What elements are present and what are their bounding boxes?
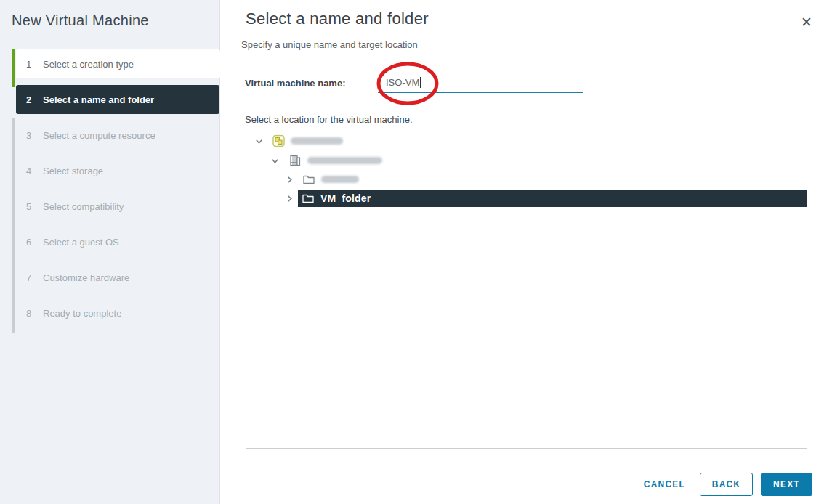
vcenter-icon xyxy=(272,135,285,147)
pending-step-rail xyxy=(12,118,15,333)
tree-row-datacenter[interactable] xyxy=(246,151,807,170)
step-2-select-name-folder[interactable]: 2 Select a name and folder xyxy=(16,85,219,114)
vm-name-input[interactable]: ISO-VM xyxy=(378,73,583,93)
step-label: Select compatibility xyxy=(43,201,124,212)
step-1-select-creation-type[interactable]: 1 Select a creation type xyxy=(16,49,220,78)
close-icon[interactable]: ✕ xyxy=(796,12,817,32)
vm-name-value: ISO-VM xyxy=(386,77,419,88)
step-7-customize-hardware[interactable]: 7 Customize hardware xyxy=(16,263,220,292)
redacted-label xyxy=(291,137,343,145)
step-number: 6 xyxy=(26,237,36,248)
step-number: 5 xyxy=(26,201,36,212)
wizard-sidebar: New Virtual Machine 1 Select a creation … xyxy=(0,0,220,504)
inventory-tree: VM_folder xyxy=(246,129,807,449)
next-button[interactable]: NEXT xyxy=(761,473,812,496)
chevron-down-icon[interactable] xyxy=(270,156,279,165)
step-number: 2 xyxy=(26,94,36,105)
back-button[interactable]: BACK xyxy=(700,473,753,496)
page-title: Select a name and folder xyxy=(246,9,429,28)
step-label: Select a guest OS xyxy=(43,237,119,248)
step-number: 3 xyxy=(26,130,36,141)
folder-icon xyxy=(303,174,315,184)
step-number: 4 xyxy=(26,166,36,176)
step-label: Select a compute resource xyxy=(43,130,155,141)
wizard-title: New Virtual Machine xyxy=(12,12,149,29)
page-subtitle: Specify a unique name and target locatio… xyxy=(241,39,418,50)
tree-row-vcenter[interactable] xyxy=(246,131,807,150)
wizard-main-pane: Select a name and folder Specify a uniqu… xyxy=(221,0,824,504)
redacted-label xyxy=(307,157,382,164)
datacenter-icon xyxy=(289,155,301,166)
chevron-right-icon[interactable] xyxy=(285,175,294,184)
chevron-down-icon[interactable] xyxy=(254,137,263,145)
step-label: Customize hardware xyxy=(43,272,129,283)
selected-row-highlight[interactable]: VM_folder xyxy=(298,190,807,207)
cancel-button[interactable]: CANCEL xyxy=(637,473,692,496)
new-vm-wizard-dialog: New Virtual Machine 1 Select a creation … xyxy=(0,0,824,504)
text-caret xyxy=(420,77,421,88)
vm-name-label: Virtual machine name: xyxy=(245,78,345,89)
step-8-ready-to-complete[interactable]: 8 Ready to complete xyxy=(16,298,220,328)
step-3-select-compute-resource[interactable]: 3 Select a compute resource xyxy=(16,121,220,150)
wizard-footer: CANCEL BACK NEXT xyxy=(637,473,812,496)
step-label: Select storage xyxy=(43,166,103,176)
redacted-label xyxy=(321,176,359,183)
location-instruction: Select a location for the virtual machin… xyxy=(245,114,413,125)
tree-row-folder[interactable] xyxy=(246,170,807,189)
step-number: 8 xyxy=(26,308,36,319)
step-label: Select a creation type xyxy=(43,59,134,70)
step-4-select-storage[interactable]: 4 Select storage xyxy=(16,156,220,185)
step-label: Ready to complete xyxy=(43,308,121,319)
chevron-right-icon[interactable] xyxy=(285,194,294,203)
step-number: 1 xyxy=(26,59,36,70)
selected-folder-label: VM_folder xyxy=(320,192,371,204)
folder-icon xyxy=(302,193,314,203)
step-number: 7 xyxy=(26,272,36,283)
step-label: Select a name and folder xyxy=(43,94,154,105)
completed-step-rail xyxy=(12,49,15,87)
step-6-select-guest-os[interactable]: 6 Select a guest OS xyxy=(16,227,220,256)
step-5-select-compatibility[interactable]: 5 Select compatibility xyxy=(16,192,220,221)
wizard-steps: 1 Select a creation type 2 Select a name… xyxy=(16,49,220,334)
tree-row-vm-folder[interactable]: VM_folder xyxy=(246,189,807,208)
